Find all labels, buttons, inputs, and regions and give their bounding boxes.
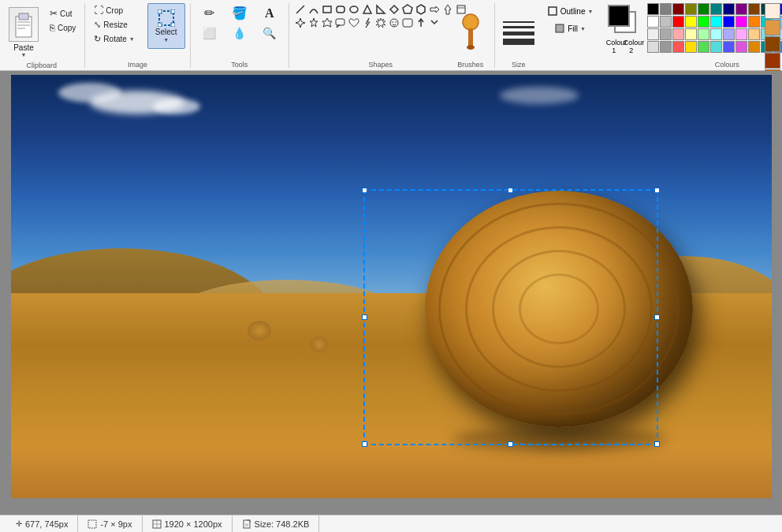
paste-button[interactable]: Paste ▼ — [3, 3, 44, 60]
size-line-2[interactable] — [503, 26, 534, 28]
callout-shape[interactable] — [334, 17, 347, 29]
resize-button[interactable]: ⤡ Resize — [90, 18, 138, 32]
colour-cell-3-3[interactable] — [685, 41, 697, 53]
colour-cell-1-4[interactable] — [698, 16, 709, 28]
color-picker-button[interactable]: 💧 — [225, 24, 254, 42]
colour-cell-3-2[interactable] — [672, 41, 684, 53]
colour-cell-3-5[interactable] — [710, 41, 722, 53]
eraser-button[interactable]: ⬜ — [196, 24, 224, 42]
shapes-group: Shapes — [291, 0, 449, 71]
colour-cell-3-8[interactable] — [748, 41, 760, 53]
line-shape[interactable] — [294, 3, 307, 16]
arrow-shape[interactable] — [428, 3, 441, 16]
crop-button[interactable]: ⛶ Crop — [90, 3, 138, 17]
colour-cell-1-6[interactable] — [723, 16, 735, 28]
triangle-shape[interactable] — [361, 3, 374, 16]
image-group: ⛶ Crop ⤡ Resize ↻ Rotate ▼ — [87, 0, 192, 71]
colour-cell-1-8[interactable] — [748, 16, 760, 28]
up-arrow-shape[interactable] — [415, 17, 427, 29]
scroll2-shape[interactable] — [401, 17, 414, 29]
colour-cell-1-5[interactable] — [710, 16, 722, 28]
colour-cell-2-4[interactable] — [698, 28, 709, 40]
tools-label: Tools — [192, 59, 287, 71]
colour-cell-3-0[interactable] — [647, 41, 659, 53]
extra-colour-1[interactable] — [765, 20, 780, 35]
colour-cell-2-6[interactable] — [723, 28, 735, 40]
selection-item: -7 × 9px — [78, 515, 142, 532]
extra-colour-2[interactable] — [765, 36, 780, 52]
colour-cell-0-6[interactable] — [723, 3, 735, 15]
extra-colour-3[interactable] — [765, 53, 780, 69]
size-line-4[interactable] — [503, 39, 534, 45]
colour-cell-3-7[interactable] — [735, 41, 747, 53]
colour-cell-2-2[interactable] — [672, 28, 684, 40]
rotate-button[interactable]: ↻ Rotate ▼ — [90, 32, 138, 46]
file-size-icon — [242, 519, 251, 529]
resize-icon: ⤡ — [94, 20, 101, 30]
colour-cell-0-5[interactable] — [710, 3, 722, 15]
canvas-area[interactable] — [0, 71, 782, 515]
colour-cell-3-1[interactable] — [660, 41, 672, 53]
colour-cell-2-1[interactable] — [660, 28, 672, 40]
text-button[interactable]: A — [255, 3, 284, 23]
star6-shape[interactable] — [321, 17, 333, 29]
fill-button[interactable]: 🪣 — [225, 3, 254, 23]
outline-button[interactable]: Outline ▼ — [543, 3, 598, 19]
colour-cell-2-0[interactable] — [647, 28, 659, 40]
star5-shape[interactable] — [307, 17, 320, 29]
svg-rect-1 — [19, 13, 28, 20]
down-scroll[interactable] — [428, 17, 441, 29]
diamond-shape[interactable] — [388, 3, 400, 16]
colour-cell-2-5[interactable] — [710, 28, 722, 40]
fill-btn[interactable]: Fill ▼ — [550, 20, 590, 36]
colour-cell-0-8[interactable] — [748, 3, 760, 15]
colour-cell-1-0[interactable] — [647, 16, 659, 28]
colour-cell-0-0[interactable] — [647, 3, 659, 15]
selection-text: -7 × 9px — [100, 519, 132, 529]
colour-cell-2-3[interactable] — [685, 28, 697, 40]
paste-dropdown-arrow: ▼ — [21, 52, 27, 58]
pencil-button[interactable]: ✏ — [196, 3, 224, 23]
size-line-3[interactable] — [503, 32, 534, 35]
colour-cell-0-7[interactable] — [735, 3, 747, 15]
star4-shape[interactable] — [294, 17, 307, 29]
brushes-button[interactable] — [455, 13, 486, 50]
magnify-button[interactable]: 🔍 — [255, 24, 284, 42]
cloud-4 — [500, 87, 579, 104]
copy-button[interactable]: ⎘ Copy — [46, 21, 80, 34]
outline-icon — [547, 6, 558, 17]
size-line-1[interactable] — [503, 21, 534, 23]
outline-arrow: ▼ — [587, 9, 593, 14]
colour-cell-0-4[interactable] — [698, 3, 709, 15]
rect-shape[interactable] — [321, 3, 333, 16]
smiley-shape[interactable] — [388, 17, 400, 29]
colour-cell-1-7[interactable] — [735, 16, 747, 28]
colour2-label: Colour2 — [624, 39, 639, 55]
roundrect-shape[interactable] — [334, 3, 347, 16]
svg-point-35 — [467, 45, 475, 50]
cut-button[interactable]: ✂ Cut — [46, 6, 80, 20]
ellipse-shape[interactable] — [348, 3, 360, 16]
svg-rect-4 — [17, 28, 25, 29]
colour-cell-3-4[interactable] — [698, 41, 709, 53]
hexagon-shape[interactable] — [415, 3, 427, 16]
colour1-swatch[interactable] — [608, 5, 630, 27]
heart-shape[interactable] — [348, 17, 360, 29]
colour-cell-1-3[interactable] — [685, 16, 697, 28]
extra-colour-0[interactable] — [765, 3, 780, 19]
colour-cell-3-6[interactable] — [723, 41, 735, 53]
colour-cell-0-1[interactable] — [660, 3, 672, 15]
lightning-shape[interactable] — [361, 17, 374, 29]
colour-cell-0-3[interactable] — [685, 3, 697, 15]
colour-cell-1-2[interactable] — [672, 16, 684, 28]
pentagon-shape[interactable] — [401, 3, 414, 16]
rtriangle-shape[interactable] — [374, 3, 387, 16]
explosion-shape[interactable] — [374, 17, 387, 29]
select-button[interactable]: Select ▼ — [147, 3, 185, 49]
colour-cell-0-2[interactable] — [672, 3, 684, 15]
colour-cell-2-8[interactable] — [748, 28, 760, 40]
colour-cell-2-7[interactable] — [735, 28, 747, 40]
curve-shape[interactable] — [307, 3, 320, 16]
colour-cell-1-1[interactable] — [660, 16, 672, 28]
svg-point-33 — [463, 14, 479, 30]
